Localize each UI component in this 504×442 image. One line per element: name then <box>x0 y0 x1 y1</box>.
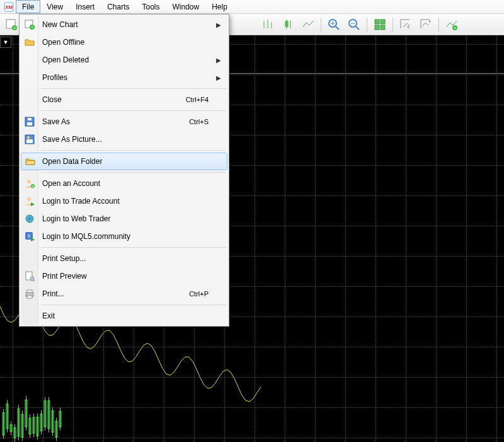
menu-item-login-web[interactable]: Login to Web Trader <box>21 210 227 228</box>
svg-rect-49 <box>40 414 42 431</box>
menu-item-label: Login to MQL5.community <box>42 232 209 241</box>
tb-autoscroll-icon[interactable] <box>396 16 415 33</box>
menu-item-print-setup[interactable]: Print Setup... <box>21 250 227 267</box>
svg-rect-23 <box>375 25 379 30</box>
svg-text:+: + <box>13 25 16 31</box>
toolbar-separator <box>438 18 439 32</box>
svg-rect-45 <box>33 417 35 433</box>
svg-rect-57 <box>55 421 57 437</box>
svg-rect-39 <box>21 414 23 437</box>
toolbar-separator <box>321 18 321 32</box>
menu-view[interactable]: View <box>40 0 69 13</box>
menu-help[interactable]: Help <box>205 0 234 13</box>
svg-text:+: + <box>454 25 457 31</box>
svg-marker-74 <box>31 202 35 206</box>
menu-insert[interactable]: Insert <box>69 0 101 13</box>
menu-item-new-chart[interactable]: + New Chart ▶ <box>21 16 227 33</box>
svg-rect-83 <box>27 290 32 293</box>
svg-text:+: + <box>31 25 34 30</box>
toolbar-separator <box>367 18 367 32</box>
svg-line-19 <box>356 26 359 30</box>
new-chart-icon: + <box>24 19 35 30</box>
tb-indicators-icon[interactable]: + <box>442 16 461 33</box>
mql5-icon: 5 <box>24 231 35 242</box>
menu-item-exit[interactable]: Exit <box>21 307 227 325</box>
menu-item-label: Exit <box>42 311 209 320</box>
menu-shortcut: Ctrl+F4 <box>186 96 209 103</box>
menu-item-open-data-folder[interactable]: Open Data Folder <box>21 153 227 170</box>
menu-item-label: Login to Trade Account <box>42 197 209 206</box>
svg-rect-47 <box>37 417 38 436</box>
svg-rect-37 <box>18 409 20 436</box>
menu-item-label: Save As <box>42 117 189 126</box>
menu-window[interactable]: Window <box>166 0 206 13</box>
tb-candlestick-icon[interactable] <box>278 16 297 33</box>
svg-rect-29 <box>3 413 4 436</box>
svg-point-70 <box>27 180 31 183</box>
menu-item-login-mql5[interactable]: 5 Login to MQL5.community <box>21 228 227 245</box>
menu-charts[interactable]: Charts <box>101 0 135 13</box>
printer-icon <box>24 288 35 300</box>
menu-item-label: Print... <box>42 289 189 298</box>
menu-separator <box>41 172 226 173</box>
file-dropdown: + New Chart ▶ Open Offline Open Deleted … <box>19 14 229 327</box>
menu-item-print-preview[interactable]: Print Preview <box>21 267 227 285</box>
panel-collapse-handle[interactable]: ▼ <box>0 37 11 48</box>
menu-item-open-account[interactable]: + Open an Account <box>21 175 227 192</box>
submenu-arrow-icon: ▶ <box>216 57 221 64</box>
menu-item-label: Close <box>42 95 186 104</box>
svg-rect-59 <box>59 411 61 427</box>
menu-item-save-as[interactable]: Save As Ctrl+S <box>21 113 227 131</box>
tb-bar-chart-icon[interactable] <box>258 16 277 33</box>
save-icon <box>24 116 35 127</box>
menu-item-profiles[interactable]: Profiles ▶ <box>21 69 227 86</box>
menu-item-label: New Chart <box>42 20 209 29</box>
menubar: XM File View Insert Charts Tools Window … <box>0 0 504 14</box>
tb-new-chart-icon[interactable]: + <box>2 16 21 33</box>
svg-rect-35 <box>14 428 16 438</box>
svg-rect-24 <box>381 25 385 30</box>
menu-item-open-offline[interactable]: Open Offline <box>21 33 227 51</box>
save-picture-icon <box>24 134 35 145</box>
menu-item-login-trade[interactable]: Login to Trade Account <box>21 192 227 210</box>
menu-item-label: Open Data Folder <box>42 157 209 166</box>
menu-item-print[interactable]: Print... Ctrl+P <box>21 285 227 303</box>
menu-shortcut: Ctrl+S <box>189 118 209 125</box>
svg-line-15 <box>336 26 339 30</box>
menu-item-label: Open an Account <box>42 179 209 188</box>
svg-rect-79 <box>26 272 32 280</box>
print-preview-icon <box>24 270 35 282</box>
svg-rect-33 <box>10 425 12 432</box>
menu-item-label: Print Preview <box>42 272 209 281</box>
menu-item-save-as-picture[interactable]: Save As Picture... <box>21 131 227 148</box>
tb-line-chart-icon[interactable] <box>299 16 318 33</box>
globe-icon <box>24 213 35 224</box>
tb-shift-icon[interactable] <box>416 16 435 33</box>
svg-rect-65 <box>27 122 32 125</box>
folder-open-icon <box>24 37 35 48</box>
menu-item-open-deleted[interactable]: Open Deleted ▶ <box>21 51 227 69</box>
menu-item-label: Print Setup... <box>42 254 209 263</box>
tb-tile-icon[interactable] <box>370 16 389 33</box>
submenu-arrow-icon: ▶ <box>216 21 221 28</box>
menu-file[interactable]: File <box>16 0 40 13</box>
menu-item-label: Login to Web Trader <box>42 214 209 223</box>
svg-rect-43 <box>29 418 31 434</box>
menu-tools[interactable]: Tools <box>136 0 166 13</box>
svg-point-73 <box>27 197 31 201</box>
svg-point-69 <box>27 136 30 139</box>
tb-zoom-out-icon[interactable] <box>345 16 364 33</box>
tb-zoom-in-icon[interactable] <box>324 16 343 33</box>
svg-marker-25 <box>407 26 410 28</box>
svg-rect-22 <box>381 20 385 24</box>
svg-rect-84 <box>27 296 32 298</box>
svg-rect-21 <box>375 20 379 24</box>
svg-text:XM: XM <box>4 4 13 10</box>
menu-item-close[interactable]: Close Ctrl+F4 <box>21 91 227 108</box>
menu-separator <box>41 110 226 111</box>
menu-shortcut: Ctrl+P <box>189 290 209 298</box>
menu-separator <box>41 88 226 89</box>
svg-rect-41 <box>25 400 27 427</box>
menu-separator <box>41 247 226 248</box>
submenu-arrow-icon: ▶ <box>216 74 221 81</box>
